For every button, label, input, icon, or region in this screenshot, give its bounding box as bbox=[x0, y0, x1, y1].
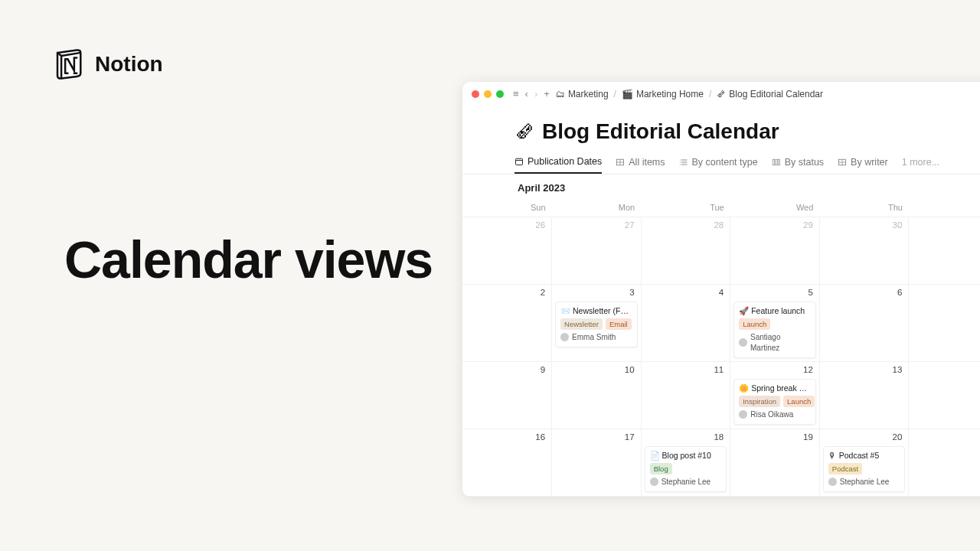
brand-name: Notion bbox=[95, 52, 163, 77]
calendar-cell[interactable]: 28 bbox=[641, 217, 730, 285]
calendar-cell[interactable]: 5 🚀 Feature launch Launch Santiago Marti… bbox=[730, 285, 820, 362]
tab-publication-dates[interactable]: Publication Dates bbox=[514, 152, 602, 174]
calendar-cell[interactable]: 18 📄 Blog post #10 Blog Stephanie Lee bbox=[641, 429, 730, 496]
event-card-spring-break[interactable]: 🌼 Spring break cam... Inspiration Launch… bbox=[733, 379, 816, 425]
svg-rect-13 bbox=[778, 159, 779, 165]
avatar bbox=[828, 478, 837, 486]
table-icon bbox=[616, 158, 625, 167]
calendar-cell[interactable]: 4 bbox=[641, 285, 730, 362]
calendar-cell[interactable]: 3 📨 Newsletter (Febr... Newsletter Email… bbox=[552, 285, 642, 362]
weekday-header: Wed bbox=[730, 198, 820, 217]
menu-icon[interactable]: ≡ bbox=[513, 88, 519, 99]
app-window: ≡ ‹ › + 🗂 Marketing / 🎬 Marketing Home /… bbox=[462, 82, 980, 497]
breadcrumb-root-icon: 🗂 bbox=[556, 89, 565, 99]
weekday-header: Fri bbox=[909, 198, 980, 217]
page-title-row: 🗞 Blog Editorial Calendar bbox=[462, 106, 980, 152]
new-page-icon[interactable]: + bbox=[544, 88, 550, 99]
breadcrumb-page[interactable]: Blog Editorial Calendar bbox=[729, 89, 823, 99]
forward-icon[interactable]: › bbox=[534, 88, 537, 99]
breadcrumb-home[interactable]: Marketing Home bbox=[636, 89, 704, 99]
day-number: 9 bbox=[541, 365, 545, 374]
window-topbar: ≡ ‹ › + 🗂 Marketing / 🎬 Marketing Home /… bbox=[462, 82, 980, 106]
author-name: Stephanie Lee bbox=[662, 477, 711, 487]
avatar bbox=[739, 410, 747, 419]
back-icon[interactable]: ‹ bbox=[525, 88, 528, 99]
page-icon[interactable]: 🗞 bbox=[514, 120, 534, 144]
calendar-cell[interactable]: 12 🌼 Spring break cam... Inspiration Lau… bbox=[730, 361, 820, 429]
calendar-cell[interactable] bbox=[909, 217, 980, 285]
tag-inspiration: Inspiration bbox=[739, 396, 780, 407]
notion-logo-icon bbox=[54, 47, 86, 81]
calendar-cell[interactable]: 29 bbox=[730, 217, 820, 285]
calendar-cell[interactable]: 9 bbox=[462, 361, 552, 429]
tab-more[interactable]: 1 more... bbox=[902, 152, 939, 173]
table-icon bbox=[838, 158, 847, 167]
calendar-cell[interactable]: 10 bbox=[552, 361, 642, 429]
page-title[interactable]: Blog Editorial Calendar bbox=[542, 119, 779, 144]
day-number: 29 bbox=[803, 220, 813, 230]
calendar-cell[interactable] bbox=[909, 429, 980, 496]
weekday-header: Tue bbox=[641, 198, 730, 217]
tab-by-writer[interactable]: By writer bbox=[838, 152, 888, 173]
calendar-icon bbox=[514, 157, 524, 166]
view-tabs: Publication Dates All items By content t… bbox=[462, 152, 980, 174]
card-icon: 📄 bbox=[650, 451, 660, 460]
card-title: Feature launch bbox=[751, 306, 805, 315]
day-number: 30 bbox=[893, 220, 903, 230]
tag-newsletter: Newsletter bbox=[560, 318, 603, 330]
close-icon[interactable] bbox=[472, 90, 479, 98]
day-number: 16 bbox=[535, 432, 545, 442]
tab-label: Publication Dates bbox=[528, 156, 602, 167]
calendar-cell[interactable]: 2 bbox=[462, 285, 552, 362]
tab-by-content-type[interactable]: By content type bbox=[679, 152, 758, 173]
calendar-cell[interactable]: 11 bbox=[641, 361, 730, 429]
weekday-header: Sun bbox=[462, 198, 552, 217]
calendar-cell[interactable]: 27 bbox=[552, 217, 642, 285]
card-title: Podcast #5 bbox=[839, 451, 880, 460]
minimize-icon[interactable] bbox=[484, 90, 492, 98]
logo: Notion bbox=[54, 47, 163, 81]
card-icon: 🌼 bbox=[739, 383, 749, 393]
card-title: Spring break cam... bbox=[751, 383, 811, 393]
calendar-cell[interactable]: 17 bbox=[552, 429, 642, 496]
card-title: Newsletter (Febr... bbox=[573, 306, 632, 315]
calendar-cell[interactable]: 30 bbox=[819, 217, 909, 285]
event-card-blog-post-10[interactable]: 📄 Blog post #10 Blog Stephanie Lee bbox=[645, 446, 727, 492]
avatar bbox=[560, 333, 569, 341]
svg-point-8 bbox=[679, 159, 680, 160]
calendar-cell[interactable] bbox=[909, 361, 980, 429]
calendar-cell[interactable]: 19 bbox=[730, 429, 820, 496]
breadcrumb-page-icon: 🗞 bbox=[717, 89, 726, 99]
day-number: 13 bbox=[893, 365, 903, 374]
breadcrumb-home-icon: 🎬 bbox=[622, 89, 633, 99]
calendar-cell[interactable]: 20 🎙 Podcast #5 Podcast Stephanie Lee bbox=[819, 429, 909, 496]
window-controls[interactable] bbox=[472, 90, 504, 98]
maximize-icon[interactable] bbox=[496, 90, 504, 98]
svg-rect-12 bbox=[776, 159, 777, 165]
calendar-cell[interactable]: 26 bbox=[462, 217, 552, 285]
card-icon: 📨 bbox=[560, 306, 570, 315]
event-card-feature-launch[interactable]: 🚀 Feature launch Launch Santiago Martine… bbox=[733, 302, 816, 358]
day-number: 27 bbox=[625, 220, 635, 230]
day-number: 3 bbox=[629, 288, 634, 297]
avatar bbox=[650, 478, 658, 486]
calendar-cell[interactable] bbox=[909, 285, 980, 362]
author-name: Stephanie Lee bbox=[840, 477, 890, 487]
tab-label: All items bbox=[629, 157, 665, 168]
board-icon bbox=[772, 158, 781, 167]
calendar-cell[interactable]: 16 bbox=[462, 429, 552, 496]
event-card-podcast-5[interactable]: 🎙 Podcast #5 Podcast Stephanie Lee bbox=[823, 446, 906, 492]
calendar-cell[interactable]: 6 bbox=[819, 285, 909, 362]
tag-email: Email bbox=[606, 318, 632, 330]
breadcrumb-root[interactable]: Marketing bbox=[568, 89, 609, 99]
tag-launch: Launch bbox=[783, 396, 815, 407]
day-number: 12 bbox=[803, 365, 813, 374]
avatar bbox=[739, 338, 747, 347]
calendar-cell[interactable]: 13 bbox=[819, 361, 909, 429]
tab-by-status[interactable]: By status bbox=[772, 152, 824, 173]
tag-podcast: Podcast bbox=[828, 463, 862, 474]
event-card-newsletter[interactable]: 📨 Newsletter (Febr... Newsletter Email E… bbox=[555, 302, 638, 347]
breadcrumb[interactable]: 🗂 Marketing / 🎬 Marketing Home / 🗞 Blog … bbox=[556, 89, 823, 99]
card-icon: 🚀 bbox=[739, 306, 749, 315]
tab-all-items[interactable]: All items bbox=[616, 152, 665, 173]
